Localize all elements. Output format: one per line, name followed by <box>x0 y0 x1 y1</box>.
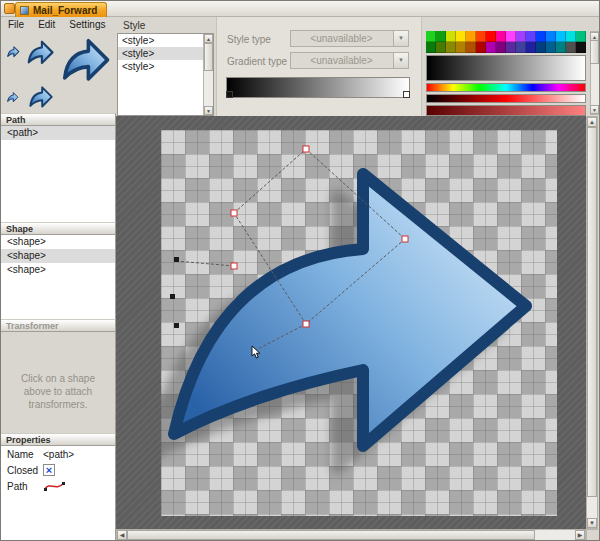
chevron-down-icon[interactable]: ▼ <box>393 31 408 46</box>
scrollbar-thumb[interactable] <box>587 127 597 497</box>
swatch-cell[interactable] <box>446 42 456 53</box>
swatch-cell[interactable] <box>466 31 476 42</box>
vertical-scrollbar[interactable]: ▲ ▼ <box>586 116 598 529</box>
path-list-item[interactable]: <path> <box>1 126 115 140</box>
swatch-cell[interactable] <box>546 31 556 42</box>
swatch-cell[interactable] <box>576 31 586 42</box>
swatch-cell[interactable] <box>476 31 486 42</box>
property-row-name: Name <path> <box>1 446 115 462</box>
style-type-label: Style type <box>227 34 271 45</box>
menu-file[interactable]: File <box>1 17 31 33</box>
swatch-cell[interactable] <box>516 42 526 53</box>
closed-checkbox[interactable]: × <box>43 464 55 476</box>
swatch-cell[interactable] <box>556 31 566 42</box>
swatch-cell[interactable] <box>566 31 576 42</box>
swatch-cell[interactable] <box>466 42 476 53</box>
swatch-cell[interactable] <box>526 31 536 42</box>
gradient-editor-bar[interactable] <box>226 77 410 98</box>
shape-list-item[interactable]: <shape> <box>1 263 115 277</box>
swatch-cell[interactable] <box>496 31 506 42</box>
shape-list-item[interactable]: <shape> <box>1 249 115 263</box>
swatch-cell[interactable] <box>566 42 576 53</box>
swatch-cell[interactable] <box>516 31 526 42</box>
swatch-cell[interactable] <box>536 31 546 42</box>
swatch-cell[interactable] <box>526 42 536 53</box>
style-type-value: <unavailable> <box>291 33 392 44</box>
swatches-scrollbar[interactable]: ▲ ▼ <box>590 31 600 115</box>
swatch-cell[interactable] <box>576 42 586 53</box>
red-gradient-swatch[interactable] <box>426 94 586 103</box>
swatch-cell[interactable] <box>486 42 496 53</box>
style-type-panel: Style type <unavailable> ▼ Gradient type… <box>216 17 421 116</box>
swatch-cell[interactable] <box>506 31 516 42</box>
grayscale-gradient-swatch[interactable] <box>426 55 586 81</box>
rainbow-gradient-swatch[interactable] <box>426 83 586 92</box>
scrollbar-thumb[interactable] <box>590 40 599 64</box>
gradient-stop-handle[interactable] <box>226 91 233 98</box>
swatch-cell[interactable] <box>456 42 466 53</box>
property-name-value: <path> <box>43 449 74 460</box>
swatch-cell[interactable] <box>486 31 496 42</box>
chevron-down-icon[interactable]: ▼ <box>393 53 408 68</box>
transformer-section-header: Transformer <box>1 319 116 332</box>
swatches-panel: ▲ ▼ <box>421 17 600 116</box>
properties-panel: Name <path> Closed × Path <box>1 446 116 541</box>
scroll-right-icon[interactable]: ▶ <box>575 530 585 540</box>
icon-preview-16-alt[interactable] <box>6 91 19 104</box>
scrollbar-thumb[interactable] <box>204 43 213 71</box>
style-list-item[interactable]: <style> <box>118 47 204 60</box>
style-type-dropdown[interactable]: <unavailable> ▼ <box>290 30 409 47</box>
icon-preview-64[interactable] <box>58 34 112 88</box>
scroll-down-icon[interactable]: ▼ <box>587 518 597 528</box>
style-list-item[interactable]: <style> <box>118 34 204 47</box>
shape-list-item[interactable]: <shape> <box>1 235 115 249</box>
property-row-closed: Closed × <box>1 462 115 478</box>
document-tab[interactable]: Mail_Forward <box>15 2 107 17</box>
canvas-drawing[interactable] <box>116 116 586 529</box>
swatch-cell[interactable] <box>506 42 516 53</box>
swatch-cell[interactable] <box>556 42 566 53</box>
gradient-type-dropdown[interactable]: <unavailable> ▼ <box>290 52 409 69</box>
path-curve-icon <box>43 480 67 492</box>
scroll-up-icon[interactable]: ▲ <box>587 117 597 127</box>
swatch-cell[interactable] <box>426 42 436 53</box>
swatch-cell[interactable] <box>536 42 546 53</box>
gradient-type-value: <unavailable> <box>291 55 392 66</box>
icon-preview-32[interactable] <box>25 38 55 68</box>
scrollbar-thumb[interactable] <box>127 530 535 540</box>
transformer-hint-text: Click on a shape above to attach transfo… <box>1 332 115 411</box>
icon-preview-32-alt[interactable] <box>27 84 54 111</box>
swatch-cell[interactable] <box>436 31 446 42</box>
canvas-viewport[interactable] <box>116 116 586 529</box>
menu-edit[interactable]: Edit <box>31 17 62 33</box>
scroll-down-icon[interactable]: ▼ <box>204 106 213 115</box>
anchor-point-handles[interactable] <box>170 257 179 328</box>
gradient-type-label: Gradient type <box>227 56 287 67</box>
property-row-path: Path <box>1 478 115 494</box>
swatch-cell[interactable] <box>476 42 486 53</box>
swatch-cell[interactable] <box>546 42 556 53</box>
swatch-cell[interactable] <box>446 31 456 42</box>
gradient-stop-handle[interactable] <box>403 91 410 98</box>
path-list: <path> <box>1 126 116 222</box>
path-section-header: Path <box>1 113 116 126</box>
document-tab-title: Mail_Forward <box>33 5 97 16</box>
gradient-swatch[interactable] <box>426 105 586 116</box>
horizontal-scrollbar[interactable]: ◀ ▶ <box>116 529 586 541</box>
style-list-item[interactable]: <style> <box>118 60 204 73</box>
swatch-cell[interactable] <box>436 42 446 53</box>
swatch-cell[interactable] <box>426 31 436 42</box>
swatch-cell[interactable] <box>456 31 466 42</box>
scroll-up-icon[interactable]: ▲ <box>204 34 213 43</box>
style-list-scrollbar[interactable]: ▲ ▼ <box>203 34 213 115</box>
properties-section-header: Properties <box>1 433 116 446</box>
icon-preview-16[interactable] <box>6 45 20 59</box>
titlebar: Mail_Forward <box>1 1 599 17</box>
scrollbar-corner <box>586 529 598 541</box>
document-tab-icon <box>20 6 29 15</box>
menu-settings[interactable]: Settings <box>62 17 112 33</box>
swatch-cell[interactable] <box>496 42 506 53</box>
swatch-grid <box>426 31 586 53</box>
scroll-down-icon[interactable]: ▼ <box>590 105 599 114</box>
scroll-left-icon[interactable]: ◀ <box>117 530 127 540</box>
